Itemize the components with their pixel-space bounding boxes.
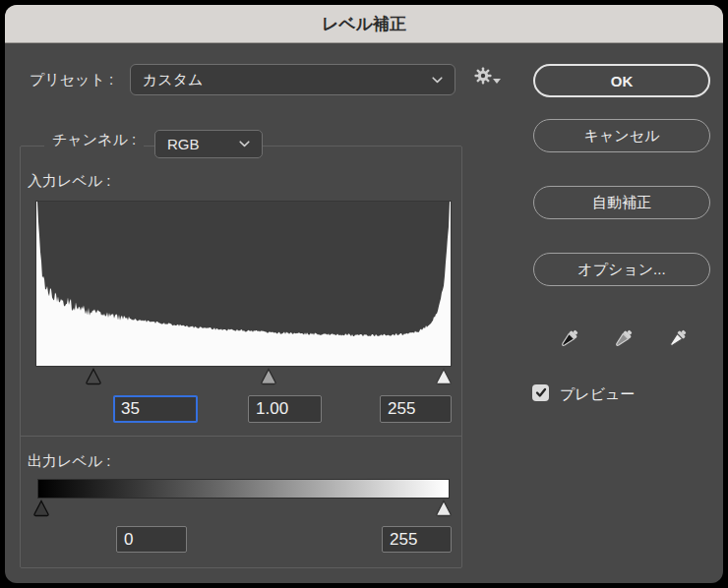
- output-levels-label: 出力レベル :: [28, 452, 110, 471]
- chevron-down-icon: [432, 77, 443, 84]
- input-gamma-slider[interactable]: [260, 368, 277, 385]
- dialog-title: レベル補正: [322, 13, 406, 35]
- output-gradient-bar: [37, 479, 450, 499]
- input-gamma-field[interactable]: [248, 395, 322, 423]
- gray-point-eyedropper-icon[interactable]: [611, 327, 635, 351]
- checkmark-icon: [535, 387, 547, 398]
- white-point-eyedropper-icon[interactable]: [665, 327, 689, 351]
- preview-checkbox[interactable]: [532, 384, 549, 401]
- input-highlight-slider[interactable]: [435, 368, 453, 385]
- channel-value: RGB: [167, 136, 200, 152]
- menu-arrow-icon: [493, 79, 501, 84]
- histogram[interactable]: [35, 201, 452, 367]
- output-shadow-field[interactable]: [116, 526, 187, 553]
- options-button[interactable]: オプション...: [533, 253, 710, 286]
- group-divider: [20, 436, 462, 437]
- screen: レベル補正 プリセット : カスタム: [0, 0, 728, 588]
- chevron-down-icon: [239, 141, 250, 147]
- black-point-eyedropper-icon[interactable]: [557, 327, 580, 351]
- output-shadow-slider[interactable]: [32, 500, 50, 517]
- ok-button[interactable]: OK: [533, 64, 710, 97]
- auto-correct-button[interactable]: 自動補正: [533, 186, 710, 219]
- channel-label: チャンネル :: [44, 131, 144, 149]
- preview-label: プレビュー: [560, 385, 635, 404]
- gear-icon: [473, 66, 493, 86]
- preset-dropdown[interactable]: カスタム: [130, 64, 455, 95]
- cancel-button[interactable]: キャンセル: [533, 119, 710, 152]
- output-highlight-slider[interactable]: [435, 500, 453, 517]
- preset-label: プリセット :: [30, 71, 113, 89]
- preset-options-menu-button[interactable]: [469, 66, 505, 91]
- input-levels-label: 入力レベル :: [28, 172, 110, 191]
- channel-dropdown[interactable]: RGB: [154, 130, 263, 158]
- input-shadow-slider[interactable]: [85, 368, 102, 385]
- input-highlight-field[interactable]: [380, 395, 452, 423]
- histogram-bars: [36, 202, 451, 366]
- dialog-titlebar[interactable]: レベル補正: [5, 5, 723, 43]
- input-shadow-field[interactable]: [113, 395, 198, 423]
- levels-dialog: レベル補正 プリセット : カスタム: [5, 5, 723, 583]
- preset-value: カスタム: [143, 71, 203, 89]
- output-highlight-field[interactable]: [382, 526, 452, 553]
